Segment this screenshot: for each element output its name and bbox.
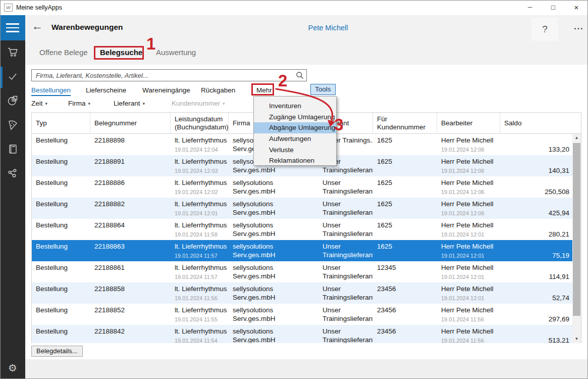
filter-dropdown-lieferant[interactable]: Lieferant▾ [114,100,145,107]
menu-item[interactable]: Abgänge Umlagerung [254,122,336,133]
column-header[interactable]: Saldo [500,113,573,133]
table-row[interactable]: Bestellung22188864lt. Lieferrhythmus19.0… [32,219,573,240]
gear-icon[interactable]: ⚙ [0,362,25,374]
tools-button[interactable]: Tools [310,84,336,95]
table-row[interactable]: Bestellung22188863lt. Lieferrhythmus19.0… [32,240,573,261]
filter-link-rückgaben[interactable]: Rückgaben [201,86,235,94]
column-header[interactable]: Leistungsdatum (Buchungsdatum) [171,113,229,133]
close-button[interactable]: × [565,0,588,15]
book-icon [7,144,18,157]
table-row[interactable]: Bestellung22188858lt. Lieferrhythmus19.0… [32,282,573,304]
table-row[interactable]: Bestellung22188886lt. Lieferrhythmus19.0… [32,176,573,198]
tab-auswertung[interactable]: Auswertung [156,48,196,57]
column-header[interactable]: Typ [32,113,90,133]
chevron-down-icon: ▾ [45,101,48,106]
sidebar: ⚙ [0,15,25,379]
filter-dropdown-kundennummer[interactable]: Kundennummer▾ [172,100,225,107]
menu-item[interactable]: Verluste [254,145,336,156]
sidebar-item-reports[interactable] [0,90,25,113]
hamburger-menu-icon[interactable] [0,15,25,40]
filter-link-lieferscheine[interactable]: Lieferscheine [86,86,126,94]
pie-chart-icon [7,95,18,108]
vertical-scrollbar[interactable]: ▲ ▼ [572,134,581,343]
user-name[interactable]: Pete Michell [278,24,379,32]
check-icon [7,71,18,84]
minimize-button[interactable]: ─ [518,0,542,15]
menu-item[interactable]: Reklamationen [254,155,336,166]
chevron-down-icon: ▾ [223,101,225,106]
scrollbar-thumb[interactable] [573,143,580,316]
mehr-dropdown-menu: InventurenZugänge UmlagerungAbgänge Umla… [253,96,337,166]
column-header[interactable]: Belegnummer [90,113,171,133]
filter-dropdown-zeit[interactable]: Zeit▾ [31,100,47,107]
scroll-up-icon[interactable]: ▲ [572,134,581,142]
menu-item[interactable]: Zugänge Umlagerung [254,112,336,123]
sidebar-item-tasks[interactable] [0,66,25,89]
table-row[interactable]: Bestellung22188882lt. Lieferrhythmus19.0… [32,198,573,219]
sidebar-item-cart[interactable] [0,41,25,65]
cart-icon [7,46,18,60]
window-title: Meine sellyApps [16,0,62,15]
filter-link-wareneingänge[interactable]: Wareneingänge [142,86,190,94]
sidebar-item-network[interactable] [0,163,25,186]
scroll-down-icon[interactable]: ▼ [572,335,581,343]
share-icon [7,168,18,181]
search-icon [296,71,304,81]
table-row[interactable]: Bestellung22188861lt. Lieferrhythmus19.0… [32,261,573,282]
column-header[interactable]: Für Kundennummer [373,113,437,133]
table-row[interactable]: Bestellung22188842lt. Lieferrhythmus19.0… [32,325,573,343]
chevron-down-icon: ▾ [143,101,145,106]
app-header: ← Warenbewegungen Pete Michell ? ... Off… [25,15,588,65]
filter-dropdown-firma[interactable]: Firma▾ [68,100,90,107]
menu-item[interactable]: Inventuren [254,101,336,112]
page-title: Warenbewegungen [51,23,123,32]
back-arrow-icon[interactable]: ← [32,20,43,32]
filter-link-bestellungen[interactable]: Bestellungen [31,86,71,96]
title-bar: W Meine sellyApps ─ □ × [0,0,588,15]
beleg-details-button[interactable]: Belegdetails... [31,346,83,357]
help-button[interactable]: ? [531,18,558,41]
column-header[interactable]: Bearbeiter [437,113,500,133]
sidebar-item-book[interactable] [0,138,25,162]
tab-offene-belege[interactable]: Offene Belege [39,48,88,57]
menu-item[interactable]: Aufwertungen [254,133,336,145]
app-icon: W [4,4,13,12]
search-input[interactable] [31,69,307,81]
footer-strip [25,359,588,379]
maximize-button[interactable]: □ [542,0,565,15]
pizza-icon [7,119,18,132]
table-row[interactable]: Bestellung22188852lt. Lieferrhythmus19.0… [32,304,573,325]
filter-link-mehr[interactable]: Mehr [256,86,272,94]
ellipsis-button[interactable]: ... [569,22,588,31]
window-controls: ─ □ × [518,0,588,15]
tab-belegsuche[interactable]: Belegsuche [100,48,142,57]
sidebar-item-pizza[interactable] [0,114,25,137]
chevron-down-icon: ▾ [88,101,91,106]
